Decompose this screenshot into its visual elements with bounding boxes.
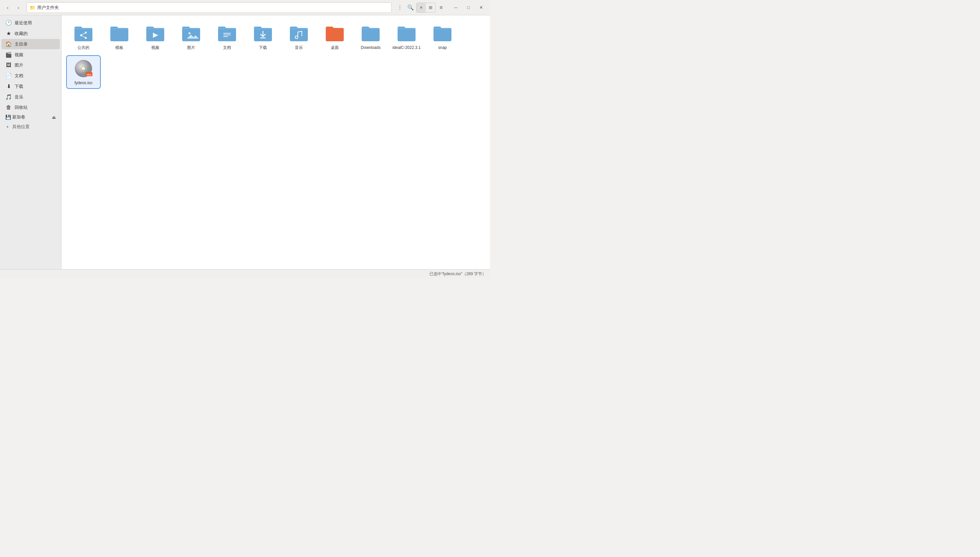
file-label-fydeos: fydeos.iso	[75, 80, 92, 86]
sidebar-icon-other: ＋	[5, 124, 10, 130]
file-item-wendang[interactable]: 文档	[211, 21, 244, 53]
forward-icon: ›	[18, 5, 19, 10]
sidebar-icon-videos: 🎬	[5, 52, 12, 58]
file-icon-snap	[433, 23, 453, 43]
status-text: 已选中"fydeos.iso"（289 字节）	[430, 271, 486, 277]
file-icon-muban	[109, 23, 129, 43]
back-icon: ‹	[7, 5, 9, 10]
file-icon-idealc	[397, 23, 417, 43]
file-label-gongxiang: 公共的	[78, 45, 89, 50]
sidebar-label-downloads: 下载	[15, 83, 23, 90]
view-list-button[interactable]: ≡	[417, 3, 426, 12]
search-button[interactable]: 🔍	[406, 3, 415, 13]
sidebar-label-documents: 文档	[15, 73, 23, 79]
file-label-xiazai: 下载	[259, 45, 267, 50]
file-item-idealc[interactable]: idealC-2022.3.1	[390, 21, 423, 53]
file-icon-wendang	[217, 23, 237, 43]
file-label-snap: snap	[438, 45, 447, 50]
more-options-icon: ⋮	[397, 4, 402, 11]
eject-button[interactable]: ⏏	[52, 115, 56, 120]
sidebar-icon-home: 🏠	[5, 41, 12, 47]
file-item-fydeos[interactable]: ISO fydeos.iso	[67, 56, 100, 88]
file-label-shipin: 视频	[151, 45, 159, 50]
file-label-wendang: 文档	[223, 45, 231, 50]
file-label-idealc: idealC-2022.3.1	[393, 45, 421, 50]
view-grid-icon: ⊞	[429, 5, 433, 10]
titlebar: ‹ › 📁 用户文件夹 ⋮ 🔍 ≡ ⊞ ≡ ─	[0, 0, 490, 15]
address-folder-icon: 📁	[29, 5, 35, 10]
sidebar-item-recent[interactable]: 🕐 最近使用	[1, 18, 60, 28]
file-label-muban: 模板	[115, 45, 123, 50]
menu-button[interactable]: ≡	[436, 3, 446, 13]
sidebar-item-downloads[interactable]: ⬇ 下载	[1, 81, 60, 91]
file-item-snap[interactable]: snap	[426, 21, 459, 53]
file-label-yinyue: 音乐	[295, 45, 303, 50]
file-item-downloads-en[interactable]: Downloads	[354, 21, 387, 53]
file-item-muban[interactable]: 模板	[103, 21, 136, 53]
file-icon-fydeos: ISO	[73, 59, 93, 78]
sidebar-icon-pictures: 🖼	[5, 62, 12, 68]
nav-buttons: ‹ ›	[3, 3, 23, 13]
sidebar-label-music: 音乐	[15, 94, 23, 100]
file-icon-yinyue	[289, 23, 309, 43]
more-options-button[interactable]: ⋮	[395, 3, 405, 13]
sidebar-other-locations[interactable]: ＋ 其他位置	[1, 122, 60, 132]
search-icon: 🔍	[407, 4, 414, 11]
forward-button[interactable]: ›	[13, 3, 23, 13]
file-icon-tupian	[181, 23, 201, 43]
sidebar-item-home[interactable]: 🏠 主目录	[1, 39, 60, 49]
window-controls: ─ □ ✕	[449, 3, 487, 13]
sidebar-icon-music: 🎵	[5, 94, 12, 100]
minimize-button[interactable]: ─	[449, 3, 462, 13]
file-label-tupian: 图片	[187, 45, 195, 50]
sidebar-icon-downloads: ⬇	[5, 83, 12, 90]
address-bar[interactable]: 📁 用户文件夹	[27, 2, 392, 13]
sidebar-item-videos[interactable]: 🎬 视频	[1, 50, 60, 60]
maximize-button[interactable]: □	[462, 3, 475, 13]
sidebar-icon-recent: 🕐	[5, 20, 12, 26]
file-icon-shipin	[145, 23, 165, 43]
sidebar-label-pictures: 图片	[15, 62, 23, 68]
view-toggle: ≡ ⊞	[416, 3, 435, 13]
back-button[interactable]: ‹	[3, 3, 13, 13]
sidebar-item-trash[interactable]: 🗑 回收站	[1, 103, 60, 112]
sidebar-item-documents[interactable]: 📄 文档	[1, 70, 60, 81]
file-icon-gongxiang	[73, 23, 93, 43]
minimize-icon: ─	[454, 5, 457, 10]
view-list-icon: ≡	[420, 5, 422, 10]
file-icon-downloads-en	[361, 23, 381, 43]
sidebar-label-volume: 新加卷	[12, 114, 25, 120]
sidebar-item-pictures[interactable]: 🖼 图片	[1, 60, 60, 70]
file-item-tupian[interactable]: 图片	[175, 21, 208, 53]
file-item-gongxiang[interactable]: 公共的	[67, 21, 100, 53]
file-item-yinyue[interactable]: 音乐	[282, 21, 315, 53]
svg-text:ISO: ISO	[87, 73, 91, 76]
close-button[interactable]: ✕	[475, 3, 487, 13]
titlebar-actions: ⋮ 🔍 ≡ ⊞ ≡	[395, 3, 446, 13]
sidebar-icon-starred: ★	[5, 30, 12, 37]
svg-point-17	[82, 67, 85, 70]
sidebar-label-trash: 回收站	[15, 104, 28, 111]
close-icon: ✕	[479, 5, 483, 10]
sidebar-label-videos: 视频	[15, 52, 23, 58]
main-area: 🕐 最近使用 ★ 收藏的 🏠 主目录 🎬 视频 🖼 图片 📄 文档 ⬇ 下载 🎵…	[0, 15, 490, 269]
sidebar-icon-volume: 💾	[5, 114, 11, 120]
menu-icon: ≡	[440, 5, 443, 11]
sidebar-label-home: 主目录	[15, 41, 28, 47]
maximize-icon: □	[467, 5, 470, 10]
sidebar: 🕐 最近使用 ★ 收藏的 🏠 主目录 🎬 视频 🖼 图片 📄 文档 ⬇ 下载 🎵…	[0, 15, 62, 269]
sidebar-new-volume: 💾 新加卷 ⏏	[1, 113, 60, 121]
file-area[interactable]: 公共的 模板 视频 图片 文档	[62, 15, 490, 269]
sidebar-icon-documents: 📄	[5, 73, 12, 79]
sidebar-icon-trash: 🗑	[5, 104, 12, 111]
sidebar-label-other: 其他位置	[12, 124, 29, 130]
sidebar-item-music[interactable]: 🎵 音乐	[1, 92, 60, 102]
file-icon-zhuomian	[325, 23, 345, 43]
sidebar-item-starred[interactable]: ★ 收藏的	[1, 28, 60, 39]
file-item-xiazai[interactable]: 下载	[246, 21, 279, 53]
file-label-downloads-en: Downloads	[361, 45, 380, 50]
view-grid-button[interactable]: ⊞	[426, 3, 435, 12]
file-item-shipin[interactable]: 视频	[139, 21, 172, 53]
file-grid: 公共的 模板 视频 图片 文档	[67, 21, 485, 88]
file-item-zhuomian[interactable]: 桌面	[318, 21, 351, 53]
